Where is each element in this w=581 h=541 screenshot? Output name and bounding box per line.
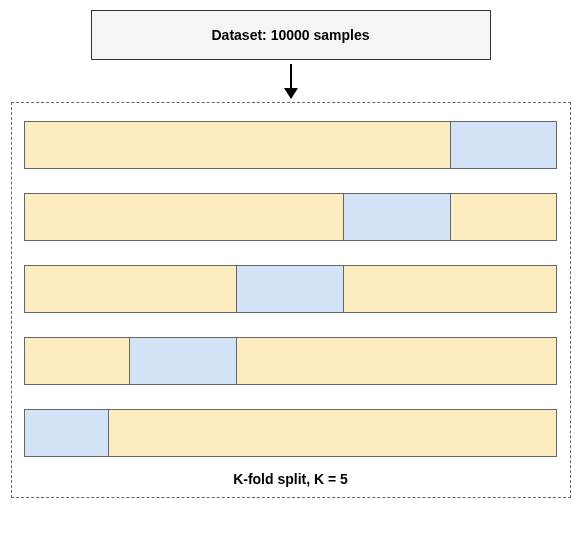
test-segment: [237, 265, 344, 313]
test-segment: [24, 409, 109, 457]
arrow-down-icon: [290, 64, 292, 98]
train-segment: [344, 265, 558, 313]
test-segment: [344, 193, 451, 241]
arrow-down: [10, 64, 571, 98]
test-segment: [451, 121, 558, 169]
fold-row: [24, 193, 558, 241]
fold-row: [24, 337, 558, 385]
train-segment: [24, 265, 238, 313]
fold-row: [24, 121, 558, 169]
kfold-container: K-fold split, K = 5: [11, 102, 571, 498]
train-segment: [237, 337, 557, 385]
train-segment: [24, 337, 131, 385]
dataset-box: Dataset: 10000 samples: [91, 10, 491, 60]
test-segment: [130, 337, 237, 385]
fold-row: [24, 265, 558, 313]
train-segment: [109, 409, 558, 457]
dataset-title: Dataset: 10000 samples: [212, 27, 370, 43]
train-segment: [24, 193, 344, 241]
fold-rows: [24, 121, 558, 457]
kfold-caption: K-fold split, K = 5: [24, 471, 558, 487]
train-segment: [24, 121, 451, 169]
fold-row: [24, 409, 558, 457]
train-segment: [451, 193, 558, 241]
